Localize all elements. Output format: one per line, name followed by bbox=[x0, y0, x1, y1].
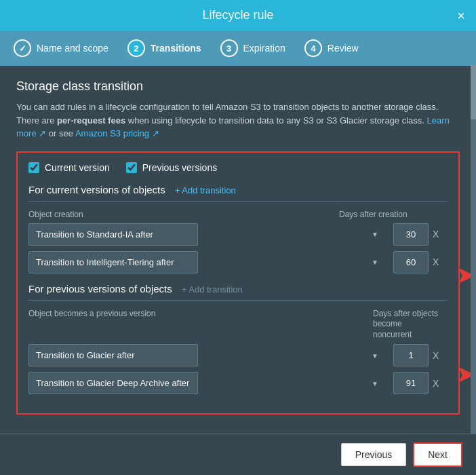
previous-versions-input[interactable] bbox=[126, 162, 137, 173]
previous-transition-row-1: Transition to Standard-IA after Transiti… bbox=[28, 344, 448, 366]
step-1-circle: ✓ bbox=[14, 39, 31, 57]
current-transition-select-1[interactable]: Transition to Standard-IA after Transiti… bbox=[28, 223, 198, 246]
previous-col-right-line1: Days after objects become bbox=[373, 309, 438, 329]
current-divider bbox=[28, 201, 448, 202]
modal-header: Lifecycle rule × bbox=[0, 0, 476, 31]
step-3-circle: 3 bbox=[220, 39, 238, 57]
step-4-circle: 4 bbox=[304, 39, 322, 57]
current-transition-select-2[interactable]: Transition to Standard-IA after Transiti… bbox=[28, 251, 198, 273]
current-version-checkbox[interactable]: Current version bbox=[28, 162, 110, 173]
modal-body: Storage class transition You can add rul… bbox=[0, 66, 476, 434]
step-review[interactable]: 4 Review bbox=[304, 39, 359, 57]
current-remove-1[interactable]: X bbox=[433, 229, 439, 240]
steps-bar: ✓ Name and scope 2 Transitions 3 Expirat… bbox=[0, 31, 476, 66]
previous-transition-row-2: Transition to Standard-IA after Transiti… bbox=[28, 372, 448, 394]
lifecycle-rule-modal: Lifecycle rule × ✓ Name and scope 2 Tran… bbox=[0, 0, 476, 475]
current-col-right-label: Days after creation bbox=[339, 210, 448, 219]
previous-select-wrapper-2: Transition to Standard-IA after Transiti… bbox=[28, 372, 385, 394]
current-col-left-label: Object creation bbox=[28, 210, 331, 219]
previous-versions-label: Previous versions bbox=[142, 162, 218, 173]
previous-col-labels: Object becomes a previous version Days a… bbox=[28, 309, 448, 341]
previous-divider bbox=[28, 300, 448, 301]
s3-pricing-link[interactable]: Amazon S3 pricing ↗ bbox=[75, 128, 159, 138]
previous-button[interactable]: Previous bbox=[341, 443, 406, 466]
step-name-scope[interactable]: ✓ Name and scope bbox=[14, 39, 108, 57]
previous-days-input-2[interactable] bbox=[393, 372, 429, 394]
scrollbar-track[interactable] bbox=[471, 65, 476, 434]
current-version-input[interactable] bbox=[28, 162, 39, 173]
step-transitions[interactable]: 2 Transitions bbox=[127, 39, 201, 57]
next-button[interactable]: Next bbox=[413, 442, 462, 467]
current-col-labels: Object creation Days after creation bbox=[28, 210, 448, 219]
modal-footer: Previous Next bbox=[0, 434, 476, 475]
step-2-label: Transitions bbox=[151, 43, 201, 54]
current-section-header: For current versions of objects + Add tr… bbox=[28, 184, 448, 195]
current-transition-row-1: Transition to Standard-IA after Transiti… bbox=[28, 223, 448, 246]
scrollbar-thumb[interactable] bbox=[471, 65, 476, 119]
previous-col-right-line2: noncurrent bbox=[373, 330, 412, 339]
step-3-label: Expiration bbox=[243, 43, 285, 54]
previous-section-header: For previous versions of objects + Add t… bbox=[28, 283, 448, 294]
current-select-wrapper-2: Transition to Standard-IA after Transiti… bbox=[28, 251, 385, 273]
step-4-label: Review bbox=[328, 43, 359, 54]
current-select-wrapper-1: Transition to Standard-IA after Transiti… bbox=[28, 223, 385, 246]
previous-days-input-1[interactable] bbox=[393, 344, 429, 366]
current-days-input-1[interactable] bbox=[393, 223, 429, 246]
current-remove-2[interactable]: X bbox=[433, 256, 439, 267]
current-days-group-1: X bbox=[393, 223, 448, 246]
checkboxes-row: Current version Previous versions bbox=[28, 162, 448, 173]
description: You can add rules in a lifecycle configu… bbox=[16, 100, 460, 140]
previous-days-group-1: X bbox=[393, 344, 448, 366]
current-transition-row-2: Transition to Standard-IA after Transiti… bbox=[28, 251, 448, 273]
add-current-transition-link[interactable]: + Add transition bbox=[175, 185, 236, 195]
previous-days-group-2: X bbox=[393, 372, 448, 394]
previous-select-wrapper-1: Transition to Standard-IA after Transiti… bbox=[28, 344, 385, 366]
step-expiration[interactable]: 3 Expiration bbox=[220, 39, 285, 57]
step-1-label: Name and scope bbox=[37, 43, 108, 54]
desc-text-3: or see bbox=[46, 128, 75, 138]
transitions-container: Current version Previous versions For cu… bbox=[16, 151, 460, 415]
page-title: Storage class transition bbox=[16, 79, 460, 94]
desc-text-2: when using lifecycle to transition data … bbox=[125, 115, 427, 126]
previous-section-title: For previous versions of objects bbox=[28, 283, 172, 294]
current-versions-section: For current versions of objects + Add tr… bbox=[28, 184, 448, 273]
previous-col-left-label: Object becomes a previous version bbox=[28, 309, 365, 341]
add-previous-transition-link[interactable]: + Add transition bbox=[182, 284, 243, 294]
modal-title: Lifecycle rule bbox=[202, 8, 273, 22]
current-days-group-2: X bbox=[393, 251, 448, 273]
previous-col-right-label: Days after objects become noncurrent bbox=[373, 309, 448, 341]
current-section-title: For current versions of objects bbox=[28, 184, 165, 195]
step-2-circle: 2 bbox=[127, 39, 145, 57]
previous-transition-select-1[interactable]: Transition to Standard-IA after Transiti… bbox=[28, 344, 198, 366]
current-days-input-2[interactable] bbox=[393, 251, 429, 273]
previous-transition-select-2[interactable]: Transition to Standard-IA after Transiti… bbox=[28, 372, 198, 394]
desc-bold: per-request fees bbox=[57, 115, 125, 126]
current-version-label: Current version bbox=[45, 162, 110, 173]
previous-versions-section: For previous versions of objects + Add t… bbox=[28, 283, 448, 395]
previous-versions-checkbox[interactable]: Previous versions bbox=[126, 162, 218, 173]
close-icon[interactable]: × bbox=[457, 7, 465, 23]
previous-remove-2[interactable]: X bbox=[433, 378, 439, 389]
previous-remove-1[interactable]: X bbox=[433, 350, 439, 361]
